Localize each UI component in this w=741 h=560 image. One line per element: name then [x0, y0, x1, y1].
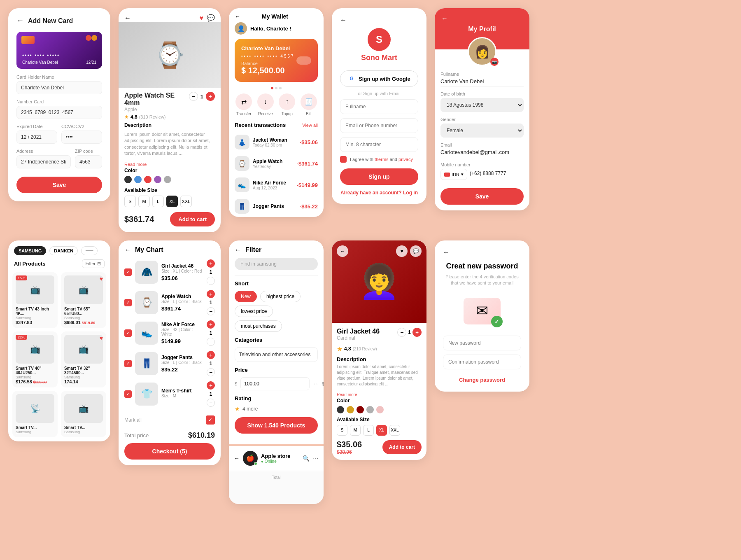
expired-input[interactable]	[16, 131, 57, 144]
back-button[interactable]: ←	[16, 16, 24, 25]
password-input[interactable]	[340, 137, 418, 152]
signup-button[interactable]: Sign up	[340, 168, 418, 185]
dob-select[interactable]: 18 Agustus 1998	[440, 98, 524, 112]
privacy-link[interactable]: privacy	[398, 157, 413, 162]
mark-all-checkbox[interactable]: ✓	[206, 415, 215, 425]
login-link[interactable]: Log in	[403, 190, 418, 196]
gj-chat-button[interactable]: 💬	[410, 245, 422, 257]
qty-minus-4[interactable]: −	[207, 368, 215, 376]
size-xxl[interactable]: XXL	[180, 196, 192, 207]
aw-plus-btn[interactable]: +	[206, 92, 215, 101]
brand-other[interactable]: ━━━	[81, 246, 98, 255]
gj-color-silver[interactable]	[366, 406, 374, 413]
chart-check-1[interactable]: ✓	[124, 268, 132, 276]
gj-plus-btn[interactable]: +	[412, 328, 422, 337]
heart-icon-2[interactable]: ♥	[100, 275, 103, 282]
qty-minus-3[interactable]: −	[207, 338, 215, 346]
aw-back-button[interactable]: ←	[124, 14, 131, 22]
receive-action[interactable]: ↓ Receive	[257, 93, 274, 116]
number-card-input[interactable]	[16, 106, 102, 119]
as-back-button[interactable]: ←	[234, 455, 240, 462]
new-password-input[interactable]	[443, 336, 521, 350]
gj-read-more[interactable]: Read more	[337, 392, 357, 397]
aw-minus-btn[interactable]: −	[189, 92, 198, 101]
heart-icon-4[interactable]: ♥	[100, 335, 103, 341]
color-red[interactable]	[144, 176, 151, 183]
category-select[interactable]: Television and other accessories	[235, 347, 318, 362]
aw-heart-icon[interactable]: ♥	[200, 14, 204, 22]
fullname-input[interactable]	[340, 99, 418, 114]
chip-new[interactable]: New	[235, 291, 257, 302]
filter-search-bar[interactable]: Find in samsung	[235, 258, 318, 270]
more-icon[interactable]: ⋯	[313, 455, 319, 462]
qty-minus-5[interactable]: −	[207, 399, 215, 407]
chart-check-2[interactable]: ✓	[124, 299, 132, 306]
mc-back-button[interactable]: ←	[124, 246, 131, 254]
cp-back-button[interactable]: ←	[443, 249, 521, 256]
gj-color-gold[interactable]	[347, 406, 354, 413]
qty-plus-4[interactable]: +	[207, 351, 215, 359]
gj-cart-button[interactable]: Add to cart	[382, 440, 422, 454]
chart-check-4[interactable]: ✓	[124, 360, 132, 367]
aw-add-to-cart-button[interactable]: Add to cart	[170, 212, 215, 226]
color-purple[interactable]	[154, 176, 161, 183]
filter-button[interactable]: Filter ⊞	[82, 259, 105, 268]
zip-input[interactable]	[75, 155, 102, 168]
agree-checkbox[interactable]	[340, 156, 347, 163]
camera-icon[interactable]: 📷	[490, 58, 499, 66]
gj-color-darkred[interactable]	[357, 406, 364, 413]
gj-size-s[interactable]: S	[337, 425, 347, 436]
wallet-toggle[interactable]	[296, 56, 311, 65]
chart-check-5[interactable]: ✓	[124, 390, 132, 398]
wallet-back-button[interactable]: ←	[235, 13, 240, 20]
gj-minus-btn[interactable]: −	[397, 328, 406, 337]
profile-back-button[interactable]: ←	[441, 15, 523, 22]
chip-lowest-price[interactable]: lowest price	[235, 306, 273, 317]
view-all-link[interactable]: View all	[302, 123, 318, 128]
gj-size-m[interactable]: M	[350, 425, 361, 436]
gj-back-button[interactable]: ←	[337, 245, 348, 257]
qty-plus-1[interactable]: +	[207, 259, 215, 268]
aw-chat-icon[interactable]: 💬	[207, 14, 215, 22]
filter-back-button[interactable]: ←	[235, 246, 241, 254]
terms-link[interactable]: therms	[375, 157, 389, 162]
price-min-input[interactable]	[240, 377, 310, 390]
gj-size-xxl[interactable]: XXL	[389, 425, 400, 436]
google-signup-button[interactable]: G Sign up with Google	[340, 70, 418, 87]
show-products-button[interactable]: Show 1.540 Products	[235, 417, 318, 434]
gender-select[interactable]: Female	[440, 124, 524, 138]
gj-heart-button[interactable]: ♥	[396, 245, 408, 257]
color-blue[interactable]	[134, 176, 142, 183]
qty-minus-2[interactable]: −	[207, 307, 215, 315]
email-phone-input[interactable]	[340, 118, 418, 133]
qty-plus-2[interactable]: +	[207, 290, 215, 298]
chart-check-3[interactable]: ✓	[124, 329, 132, 337]
aw-read-more[interactable]: Read more	[124, 162, 147, 167]
size-s[interactable]: S	[124, 196, 136, 207]
checkout-button[interactable]: Checkout (5)	[124, 443, 215, 460]
size-xl[interactable]: XL	[166, 196, 178, 207]
gj-size-l[interactable]: L	[363, 425, 374, 436]
search-icon[interactable]: 🔍	[303, 455, 310, 462]
color-gray[interactable]	[164, 176, 171, 183]
gj-size-xl[interactable]: XL	[376, 425, 387, 436]
card-holder-input[interactable]	[16, 81, 102, 94]
topup-action[interactable]: ↑ Topup	[279, 93, 295, 116]
bill-action[interactable]: 🧾 Bill	[301, 93, 317, 116]
cvv-input[interactable]	[61, 131, 102, 144]
brand-danken[interactable]: DANKEN	[49, 246, 78, 255]
size-m[interactable]: M	[138, 196, 150, 207]
gj-color-pink[interactable]	[376, 406, 384, 413]
chip-most-purchases[interactable]: most purchases	[235, 320, 282, 332]
size-l[interactable]: L	[152, 196, 164, 207]
address-input[interactable]	[16, 155, 71, 168]
qty-plus-5[interactable]: +	[207, 381, 215, 390]
save-card-button[interactable]: Save	[16, 177, 102, 193]
qty-minus-1[interactable]: −	[207, 277, 215, 285]
transfer-action[interactable]: ⇄ Transfer	[235, 93, 252, 116]
confirm-password-input[interactable]	[443, 355, 521, 369]
sm-back-button[interactable]: ←	[340, 16, 347, 24]
chip-highest-price[interactable]: highest price	[260, 291, 301, 302]
brand-samsung[interactable]: SAMSUNG	[14, 246, 46, 255]
qty-plus-3[interactable]: +	[207, 320, 215, 329]
